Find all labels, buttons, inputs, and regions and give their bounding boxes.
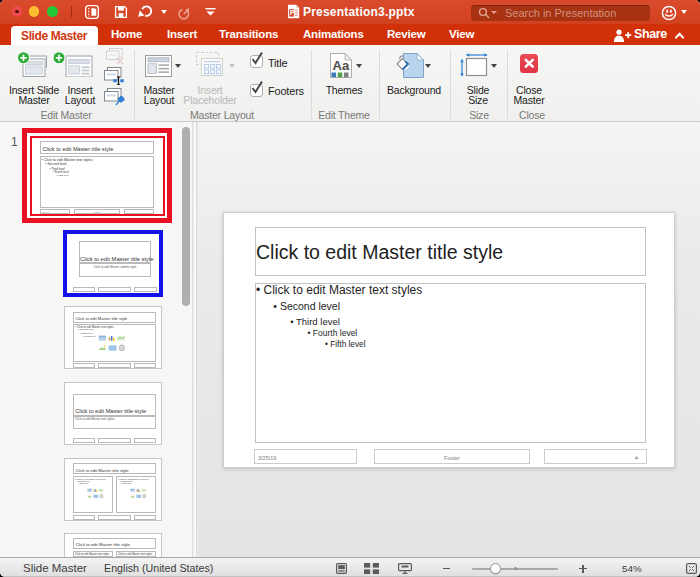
- svg-text:Aa: Aa: [333, 58, 350, 73]
- svg-text:P: P: [290, 9, 295, 16]
